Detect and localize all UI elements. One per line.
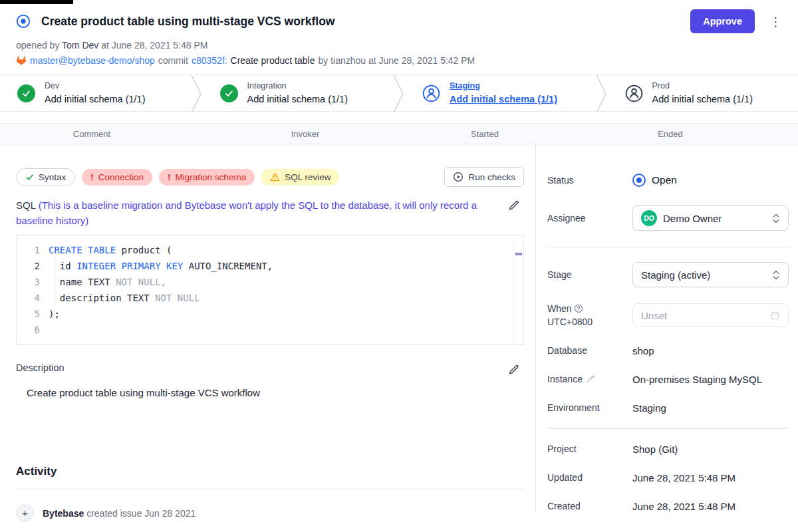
commit-message: Create product table <box>231 55 315 66</box>
stage-pipeline: Dev Add initial schema (1/1) Integration… <box>0 74 798 112</box>
opened-by-line: opened by Tom Dev at June 28, 2021 5:48 … <box>16 40 782 51</box>
stage-select[interactable]: Staging (active) <box>632 262 789 287</box>
badge-label: Connection <box>98 172 144 182</box>
when-placeholder: Unset <box>641 310 770 321</box>
sql-baseline-note: (This is a baseline migration and Byteba… <box>16 200 477 226</box>
stage-task: Add initial schema (1/1) <box>450 93 557 105</box>
divider <box>16 489 524 489</box>
sidebar-row-updated: Updated June 28, 2021 5:48 PM <box>547 472 789 483</box>
database-label: Database <box>547 345 632 356</box>
page-title: Create product table using multi-stage V… <box>41 15 334 29</box>
stage-separator <box>191 75 203 112</box>
environment-value[interactable]: Staging <box>632 402 666 414</box>
created-value: June 28, 2021 5:48 PM <box>632 501 735 512</box>
pipeline-stage-integration[interactable]: Integration Add initial schema (1/1) <box>203 75 394 111</box>
opened-by-name: Tom Dev <box>62 40 98 51</box>
divider <box>547 428 789 429</box>
check-badge-connection[interactable]: ! Connection <box>82 169 152 186</box>
check-badge-migration-schema[interactable]: ! Migration schema <box>159 169 255 186</box>
project-value[interactable]: Shop (Git) <box>632 444 678 455</box>
gitlab-icon <box>16 55 27 66</box>
status-value: Open <box>632 174 677 187</box>
when-timezone: UTC+0800 <box>547 317 593 327</box>
calendar-icon <box>770 311 780 321</box>
pipeline-stage-prod[interactable]: Prod Add initial schema (1/1) <box>608 75 798 111</box>
activity-text: Bytebase created issue Jun 28 2021 <box>43 508 196 519</box>
edit-pencil-icon[interactable] <box>508 364 520 376</box>
sidebar-row-project: Project Shop (Git) <box>547 444 789 455</box>
commit-word: commit <box>158 55 188 66</box>
sql-operator: NOT NULL, <box>116 277 166 287</box>
commit-hash-link[interactable]: c80352f: <box>192 55 227 66</box>
stage-label: Stage <box>547 269 632 280</box>
sql-keyword: CREATE TABLE <box>49 245 116 255</box>
sidebar-row-created: Created June 28, 2021 5:48 PM <box>547 501 789 512</box>
help-circle-icon[interactable] <box>574 304 583 313</box>
divider <box>547 247 789 247</box>
environment-label: Environment <box>547 402 632 413</box>
scrollbar-decoration <box>515 253 522 255</box>
column-header-comment: Comment <box>0 129 184 139</box>
code-line: 2 id INTEGER PRIMARY KEY AUTO_INCREMENT, <box>17 258 513 274</box>
error-bang-icon: ! <box>90 172 94 182</box>
line-number: 2 <box>17 258 49 274</box>
activity-item: + Bytebase created issue Jun 28 2021 <box>16 504 524 522</box>
code-line: 4 description TEXT NOT NULL <box>17 290 513 306</box>
pipeline-stage-staging[interactable]: Staging Add initial schema (1/1) <box>405 75 596 111</box>
line-number: 5 <box>17 306 49 322</box>
sql-operator: NOT NULL <box>155 293 200 303</box>
indent-guide <box>55 258 55 306</box>
run-checks-button[interactable]: Run checks <box>444 167 524 187</box>
editor-scrollbar[interactable] <box>514 235 523 344</box>
check-badges-row: Syntax ! Connection ! Migration schema S… <box>16 167 524 187</box>
sidebar-row-status: Status Open <box>547 174 789 187</box>
stage-name: Staging <box>450 81 557 92</box>
stage-task: Add initial schema (1/1) <box>45 93 146 105</box>
error-bang-icon: ! <box>168 172 171 182</box>
instance-label: Instance <box>547 374 583 384</box>
database-value[interactable]: shop <box>632 345 654 356</box>
pipeline-stage-dev[interactable]: Dev Add initial schema (1/1) <box>0 75 191 111</box>
branch-repo-link[interactable]: master@bytebase-demo/shop <box>30 55 155 66</box>
sidebar-row-database: Database shop <box>547 345 789 356</box>
warning-triangle-icon <box>270 172 280 182</box>
check-badge-sql-review[interactable]: SQL review <box>261 169 339 186</box>
assignee-select[interactable]: DO Demo Owner <box>632 205 789 231</box>
check-badge-syntax[interactable]: Syntax <box>16 168 75 186</box>
kebab-menu-icon[interactable]: ⋮ <box>769 15 782 28</box>
stage-task: Add initial schema (1/1) <box>247 93 348 105</box>
issue-open-icon <box>16 14 31 29</box>
stage-name: Integration <box>247 81 348 92</box>
line-number: 1 <box>17 242 49 258</box>
sql-text: product ( <box>116 245 172 255</box>
sql-label: SQL <box>16 200 35 211</box>
sql-code-editor[interactable]: 1 CREATE TABLE product ( 2 id INTEGER PR… <box>16 235 524 345</box>
code-line: 6 <box>17 322 513 338</box>
activity-heading: Activity <box>16 465 524 478</box>
instance-value[interactable]: On-premises Staging MySQL <box>632 374 762 385</box>
sql-text: ); <box>49 309 60 319</box>
sql-section-header: SQL (This is a baseline migration and By… <box>16 198 524 228</box>
status-open-text: Open <box>652 174 677 186</box>
opened-prefix: opened by <box>16 40 59 51</box>
line-number: 3 <box>17 274 49 290</box>
when-label-block: When UTC+0800 <box>547 302 632 329</box>
sql-keyword: INTEGER PRIMARY KEY <box>76 261 183 271</box>
code-line: 5 ); <box>17 306 513 322</box>
issue-sidebar: Status Open Assignee DO Demo Owner Stage… <box>535 144 798 513</box>
stage-value: Staging (active) <box>641 269 766 281</box>
badge-label: Syntax <box>39 172 66 182</box>
created-label: Created <box>547 501 632 511</box>
issue-header: Create product table using multi-stage V… <box>0 0 798 66</box>
updated-value: June 28, 2021 5:48 PM <box>632 472 735 483</box>
stage-name: Prod <box>652 81 753 92</box>
sidebar-row-stage: Stage Staging (active) <box>547 262 789 287</box>
assignee-label: Assignee <box>547 213 632 223</box>
sidebar-row-environment: Environment Staging <box>547 402 789 414</box>
edit-pencil-icon[interactable] <box>508 200 520 211</box>
when-datetime-input[interactable]: Unset <box>632 303 789 327</box>
sql-text: description TEXT <box>49 293 155 303</box>
stage-name: Dev <box>45 81 146 92</box>
approve-button[interactable]: Approve <box>690 9 755 33</box>
play-circle-icon <box>453 172 464 182</box>
